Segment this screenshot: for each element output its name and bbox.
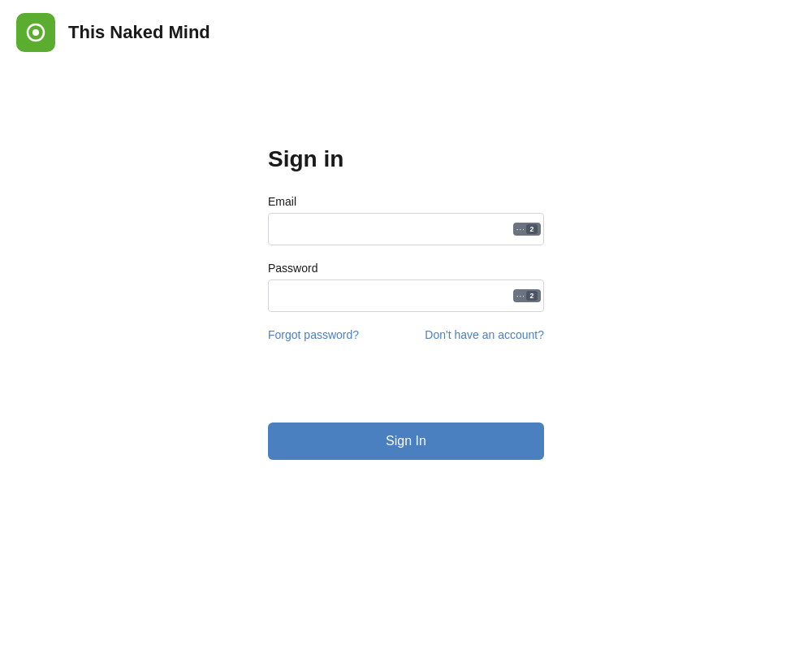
header: This Naked Mind [0, 0, 812, 65]
app-logo [16, 13, 55, 52]
sign-in-button[interactable]: Sign In [268, 422, 544, 460]
email-form-group: Email ··· 2 [268, 195, 544, 245]
badge-dots: ··· [516, 225, 525, 234]
password-input-wrapper: ··· 2 [268, 280, 544, 312]
no-account-link[interactable]: Don't have an account? [425, 328, 544, 341]
main-content: Sign in Email ··· 2 Password ··· 2 [0, 65, 812, 460]
password-password-manager-badge[interactable]: ··· 2 [513, 289, 541, 302]
logo-icon [24, 21, 47, 44]
forgot-password-link[interactable]: Forgot password? [268, 328, 359, 341]
badge-count: 2 [526, 291, 538, 301]
app-title: This Naked Mind [68, 22, 210, 43]
sign-in-form: Sign in Email ··· 2 Password ··· 2 [268, 146, 544, 460]
email-input[interactable] [268, 213, 544, 245]
password-input[interactable] [268, 280, 544, 312]
password-label: Password [268, 262, 544, 275]
form-title: Sign in [268, 146, 544, 172]
links-row: Forgot password? Don't have an account? [268, 328, 544, 341]
svg-point-1 [32, 29, 39, 36]
badge-count: 2 [526, 224, 538, 234]
email-password-manager-badge[interactable]: ··· 2 [513, 223, 541, 236]
email-label: Email [268, 195, 544, 208]
password-form-group: Password ··· 2 [268, 262, 544, 312]
badge-dots: ··· [516, 292, 525, 301]
email-input-wrapper: ··· 2 [268, 213, 544, 245]
